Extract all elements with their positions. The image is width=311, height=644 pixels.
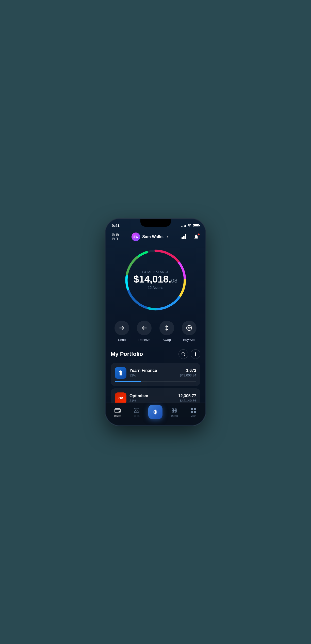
avatar: SW <box>132 233 140 241</box>
asset-info-optimism: Optimism 31% <box>129 394 175 403</box>
nav-web3[interactable]: Web3 <box>165 407 184 418</box>
wallet-nav-icon <box>114 407 121 414</box>
svg-rect-30 <box>115 409 120 413</box>
yearn-usd: $43,003.34 <box>180 373 196 377</box>
bell-icon[interactable] <box>192 233 200 241</box>
optimism-usd: $42,149.56 <box>178 399 196 403</box>
balance-assets: 12 Assets <box>134 286 177 290</box>
svg-rect-41 <box>194 411 196 413</box>
balance-main: $14,018.08 <box>134 274 177 284</box>
more-nav-label: More <box>190 415 196 418</box>
svg-rect-5 <box>113 238 114 239</box>
asset-card-yearn[interactable]: Yearn Finance 32% 1.673 $43,003.34 <box>111 363 200 386</box>
phone-frame: 9:41 <box>106 219 205 425</box>
svg-rect-31 <box>119 411 120 412</box>
status-icons <box>181 224 199 227</box>
svg-text:$: $ <box>188 326 190 330</box>
asset-info-yearn: Yearn Finance 32% <box>129 368 177 377</box>
signal-bar-2 <box>183 226 183 227</box>
asset-card-inner-yearn: Yearn Finance 32% 1.673 $43,003.34 <box>115 367 196 379</box>
svg-rect-38 <box>191 408 193 410</box>
yearn-logo <box>115 367 126 379</box>
balance-label: TOTAL BALANCE <box>134 270 177 273</box>
status-time: 9:41 <box>112 223 120 228</box>
signal-bar-3 <box>184 225 185 227</box>
header-right <box>181 233 200 241</box>
bottom-nav: Wallet NFTs <box>106 403 205 425</box>
ring-center: TOTAL BALANCE $14,018.08 12 Assets <box>134 270 177 290</box>
wallet-name: Sam Wallet <box>142 235 164 239</box>
notification-badge <box>198 233 200 236</box>
header: SW Sam Wallet ▼ <box>106 230 205 244</box>
portfolio-add-button[interactable] <box>191 349 200 359</box>
nav-more[interactable]: More <box>184 407 203 418</box>
swap-label: Swap <box>162 338 171 342</box>
screen: 9:41 <box>106 219 205 425</box>
svg-rect-3 <box>113 234 114 235</box>
portfolio-header: My Portfolio <box>111 349 200 359</box>
svg-rect-9 <box>183 236 185 239</box>
battery-fill <box>194 225 199 226</box>
nav-center <box>146 405 165 420</box>
balance-ring: TOTAL BALANCE $14,018.08 12 Assets <box>123 247 189 313</box>
signal-bar-1 <box>181 226 182 227</box>
wallet-nav-label: Wallet <box>114 415 121 418</box>
portfolio-search-button[interactable] <box>178 349 188 359</box>
svg-rect-32 <box>134 408 139 413</box>
asset-values-yearn: 1.673 $43,003.34 <box>180 368 196 377</box>
svg-rect-4 <box>117 234 118 235</box>
yearn-progress-bar <box>115 381 141 382</box>
asset-values-optimism: 12,305.77 $42,149.56 <box>178 394 196 403</box>
balance-section: TOTAL BALANCE $14,018.08 12 Assets <box>106 244 205 318</box>
yearn-percent: 32% <box>129 373 177 377</box>
yearn-name: Yearn Finance <box>129 368 177 373</box>
portfolio-actions <box>178 349 200 359</box>
nav-nfts[interactable]: NFTs <box>127 407 146 418</box>
balance-cents: 08 <box>171 277 177 284</box>
optimism-amount: 12,305.77 <box>178 394 196 398</box>
chart-icon[interactable] <box>181 233 189 241</box>
svg-rect-40 <box>191 411 193 413</box>
yearn-progress-bar-bg <box>115 381 196 382</box>
receive-button[interactable]: Receive <box>137 321 152 342</box>
svg-rect-39 <box>194 408 196 410</box>
buysell-icon: $ <box>182 321 197 335</box>
signal-bars-icon <box>181 224 186 227</box>
receive-label: Receive <box>138 338 150 342</box>
buysell-button[interactable]: $ Buy/Sell <box>182 321 197 342</box>
notch <box>140 219 171 227</box>
optimism-name: Optimism <box>129 394 175 398</box>
swap-button[interactable]: Swap <box>159 321 174 342</box>
web3-nav-label: Web3 <box>171 415 178 418</box>
wifi-icon <box>187 224 191 227</box>
receive-icon <box>137 321 152 335</box>
svg-rect-8 <box>182 237 183 239</box>
svg-line-27 <box>184 355 185 356</box>
svg-rect-10 <box>185 234 186 239</box>
center-action-button[interactable] <box>148 405 162 419</box>
battery-icon <box>193 224 199 227</box>
web3-nav-icon <box>171 407 178 414</box>
optimism-percent: 31% <box>129 399 175 403</box>
header-center[interactable]: SW Sam Wallet ▼ <box>132 233 169 241</box>
send-icon <box>114 321 129 335</box>
more-nav-icon <box>190 407 197 414</box>
buysell-label: Buy/Sell <box>183 338 195 342</box>
action-buttons: Send Receive <box>106 318 205 347</box>
send-button[interactable]: Send <box>114 321 129 342</box>
nfts-nav-label: NFTs <box>134 415 139 418</box>
portfolio-title: My Portfolio <box>111 351 143 357</box>
nav-wallet[interactable]: Wallet <box>108 407 127 418</box>
nfts-nav-icon <box>133 407 140 414</box>
header-left <box>111 232 120 241</box>
send-label: Send <box>118 338 126 342</box>
scan-icon[interactable] <box>111 232 120 241</box>
swap-icon <box>159 321 174 335</box>
signal-bar-4 <box>185 225 186 227</box>
yearn-amount: 1.673 <box>180 368 196 373</box>
chevron-down-icon: ▼ <box>166 235 169 238</box>
